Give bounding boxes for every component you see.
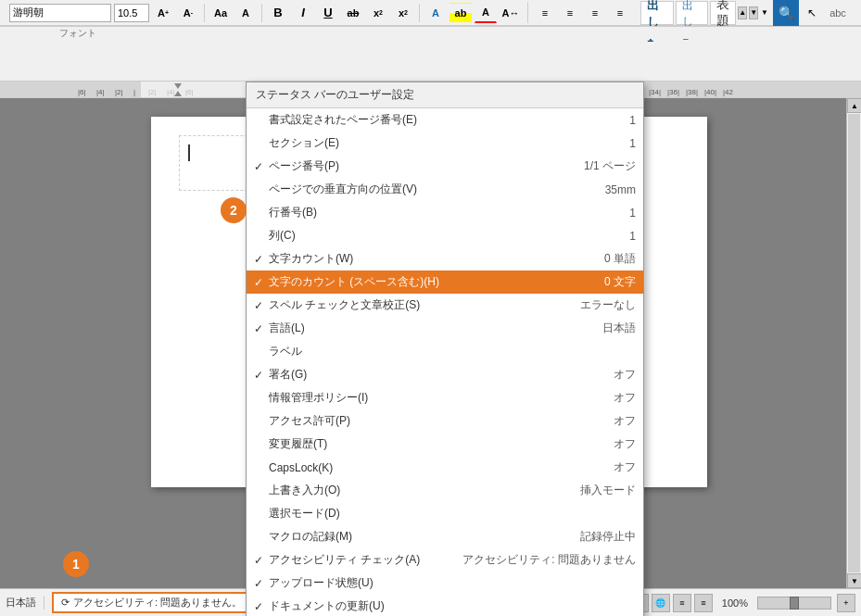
font-grow-button[interactable]: A+ [152, 3, 174, 23]
styles-scroll-up[interactable]: ▲ [738, 6, 747, 19]
menu-item-overtype[interactable]: 上書き入力(O)挿入モード [247, 479, 643, 502]
menu-item-info_policy[interactable]: 情報管理ポリシー(I)オフ [247, 386, 643, 409]
menu-item-label-access: アクセス許可(P) [269, 413, 604, 429]
font-shrink-button[interactable]: A- [177, 3, 199, 23]
char-spacing-button[interactable]: A↔ [500, 3, 522, 23]
menu-item-access[interactable]: アクセス許可(P)オフ [247, 409, 643, 433]
font-color-button[interactable]: A [475, 3, 497, 23]
menu-item-spell_check[interactable]: スペル チェックと文章校正(S)エラーなし [247, 294, 643, 317]
text-effect-button[interactable]: A [424, 3, 447, 23]
styles-scroll-down[interactable]: ▼ [749, 6, 758, 19]
menu-item-doc_update[interactable]: ドキュメントの更新(U) [247, 595, 643, 616]
menu-item-value-char_count_space: 0 文字 [604, 274, 636, 290]
scroll-up-button[interactable]: ▲ [847, 98, 861, 113]
menu-item-accessibility_check[interactable]: アクセシビリティ チェック(A)アクセシビリティ: 問題ありません [247, 548, 643, 572]
circle-indicator-2: 2 [221, 197, 247, 223]
underline-button[interactable]: U [317, 3, 339, 23]
search-icon-box[interactable]: 🔍 [773, 0, 799, 26]
menu-item-col[interactable]: 列(C)1 [247, 224, 643, 247]
menu-item-label-page_num: ページ番号(P) [269, 158, 575, 174]
view-outline-icon[interactable]: ≡ [673, 594, 691, 612]
menu-item-formatted_page_num[interactable]: 書式設定されたページ番号(E)1 [247, 108, 643, 132]
menu-item-signature[interactable]: 署名(G)オフ [247, 363, 643, 386]
zoom-thumb[interactable] [790, 597, 799, 610]
menu-item-value-info_policy: オフ [614, 390, 636, 406]
menu-title: ステータス バーのユーザー設定 [247, 82, 643, 108]
menu-item-vertical_pos[interactable]: ページでの垂直方向の位置(V)35mm [247, 178, 643, 201]
bold-button[interactable]: Aa [209, 3, 232, 23]
search-area: 🔍 ↖ abc [773, 0, 861, 26]
styles-expand-button[interactable]: ▼ [760, 6, 769, 20]
menu-item-label-char_count_space: 文字のカウント (スペース含む)(H) [269, 274, 595, 290]
abc-icon: abc [829, 7, 846, 19]
scroll-thumb[interactable] [848, 114, 860, 572]
menu-item-label-doc_update: ドキュメントの更新(U) [269, 598, 627, 614]
menu-item-char_count_space[interactable]: 文字のカウント (スペース含む)(H)0 文字 [247, 270, 643, 294]
menu-item-label-language: 言語(L) [269, 321, 593, 336]
separator2 [261, 4, 262, 22]
style-label-3: 表題 [716, 0, 729, 30]
font-name-input[interactable] [9, 4, 111, 22]
menu-item-value-change_history: オフ [614, 436, 636, 452]
menu-item-value-vertical_pos: 35mm [605, 183, 636, 196]
menu-item-label[interactable]: ラベル [247, 340, 643, 363]
left-margin [0, 98, 11, 588]
menu-item-label-label: ラベル [269, 344, 627, 359]
separator1 [204, 4, 205, 22]
zoom-in-icon[interactable]: + [837, 594, 855, 612]
italic-button[interactable]: I [292, 3, 314, 23]
vertical-scrollbar[interactable]: ▲ ▼ [846, 98, 861, 588]
svg-text:|42: |42 [723, 88, 734, 96]
menu-item-value-col: 1 [629, 230, 636, 243]
accessibility-refresh-icon: ⟳ [61, 597, 70, 609]
menu-item-label-char_count: 文字カウント(W) [269, 251, 595, 267]
menu-item-section[interactable]: セクション(E)1 [247, 132, 643, 155]
menu-item-value-char_count: 0 単語 [604, 251, 636, 267]
menu-item-label-spell_check: スペル チェックと文章校正(S) [269, 297, 571, 313]
clear-format-button[interactable]: A [234, 3, 257, 23]
toolbar-area: A+ A- Aa A B I U ab x2 x2 A ab A A↔ ≡ ≡ … [0, 0, 861, 82]
menu-item-label-change_history: 変更履歴(T) [269, 436, 604, 452]
view-web-icon[interactable]: 🌐 [652, 594, 670, 612]
toolbar-scroll [851, 0, 861, 26]
menu-item-label-col: 列(C) [269, 228, 620, 244]
justify-button[interactable]: ≡ [609, 3, 631, 23]
menu-item-capslock[interactable]: CapsLock(K)オフ [247, 456, 643, 479]
highlight-button[interactable]: ab [449, 3, 472, 23]
menu-item-value-signature: オフ [614, 367, 636, 383]
align-left-button[interactable]: ≡ [534, 3, 556, 23]
align-center-button[interactable]: ≡ [559, 3, 581, 23]
menu-item-label-upload_status: アップロード状態(U) [269, 575, 627, 591]
style-box-3[interactable]: 表題 [710, 1, 736, 25]
menu-item-label-overtype: 上書き入力(O) [269, 483, 571, 498]
font-size-input[interactable] [114, 4, 149, 22]
menu-item-page_num[interactable]: ページ番号(P)1/1 ページ [247, 155, 643, 178]
bold-b-button[interactable]: B [267, 3, 289, 23]
menu-item-label-vertical_pos: ページでの垂直方向の位置(V) [269, 182, 596, 197]
menu-item-char_count[interactable]: 文字カウント(W)0 単語 [247, 247, 643, 270]
separator3 [419, 4, 420, 22]
style-box-1[interactable]: 見出し 1 [640, 1, 674, 25]
style-box-2[interactable]: 見出し 2 [676, 1, 708, 25]
menu-item-upload_status[interactable]: アップロード状態(U) [247, 572, 643, 595]
status-language: 日本語 [6, 596, 44, 610]
font-section: A+ A- Aa A B I U ab x2 x2 A ab A A↔ [4, 2, 528, 23]
view-draft-icon[interactable]: ≡ [694, 594, 713, 612]
svg-text:|36|: |36| [667, 88, 679, 96]
align-right-button[interactable]: ≡ [584, 3, 606, 23]
zoom-slider[interactable] [757, 597, 831, 610]
menu-item-label-accessibility_check: アクセシビリティ チェック(A) [269, 552, 453, 568]
subscript-button[interactable]: x2 [367, 3, 389, 23]
strikethrough-button[interactable]: ab [342, 3, 364, 23]
scroll-down-button[interactable]: ▼ [847, 573, 861, 588]
font-label-row: フォント [0, 26, 861, 39]
menu-item-change_history[interactable]: 変更履歴(T)オフ [247, 433, 643, 456]
cursor-icon: ↖ [799, 0, 825, 26]
menu-item-select_mode[interactable]: 選択モード(D) [247, 502, 643, 525]
superscript-button[interactable]: x2 [392, 3, 414, 23]
menu-item-macro_record[interactable]: マクロの記録(M)記録停止中 [247, 525, 643, 548]
menu-item-language[interactable]: 言語(L)日本語 [247, 317, 643, 340]
svg-text:|6|: |6| [78, 88, 86, 96]
menu-item-line_num[interactable]: 行番号(B)1 [247, 201, 643, 224]
menu-item-value-formatted_page_num: 1 [629, 114, 636, 127]
